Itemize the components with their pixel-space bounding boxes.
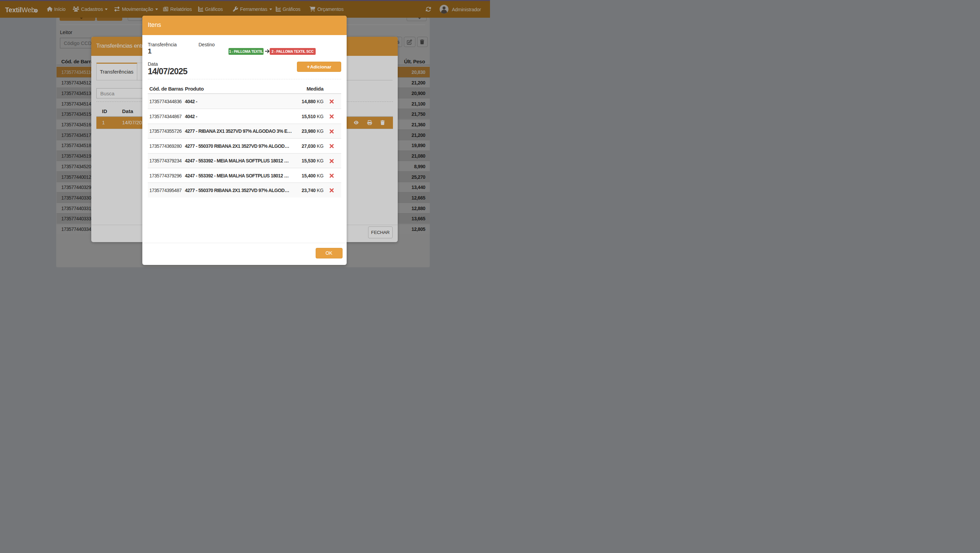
svg-text:?: ? <box>35 9 37 12</box>
